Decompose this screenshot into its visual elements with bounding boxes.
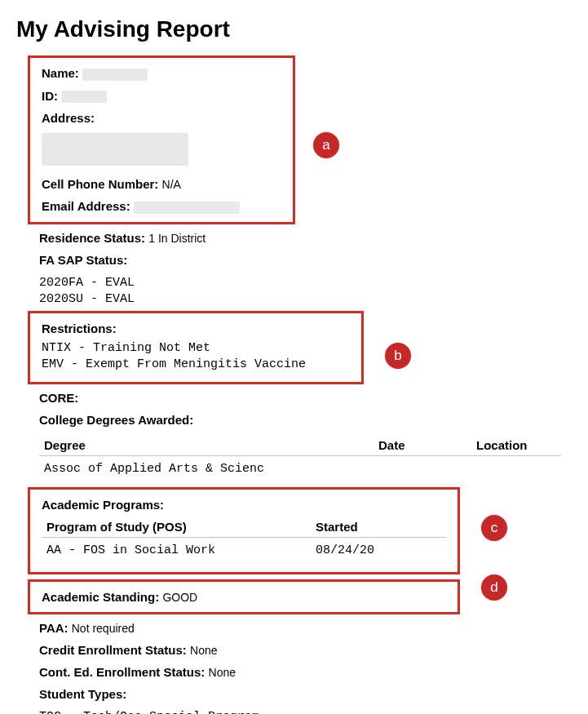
programs-row-pos: AA - FOS in Social Work — [46, 543, 316, 559]
table-row: Assoc of Applied Arts & Scienc — [39, 456, 561, 482]
core-label: CORE: — [39, 391, 78, 405]
id-label: ID: — [42, 89, 58, 103]
restrictions-lines: NTIX - Training Not Met EMV - Exempt Fro… — [42, 340, 350, 374]
callout-c: c — [481, 515, 507, 541]
fa-sap-lines: 2020FA - EVAL 2020SU - EVAL — [39, 275, 572, 308]
cell-label: Cell Phone Number: — [42, 177, 158, 191]
programs-table: Program of Study (POS) Started AA - FOS … — [42, 517, 446, 564]
degrees-row-degree: Assoc of Applied Arts & Scienc — [44, 461, 378, 477]
standing-label: Academic Standing: — [42, 590, 159, 604]
degrees-row-location — [476, 461, 556, 477]
restrictions-label: Restrictions: — [42, 322, 117, 335]
credit-enroll-label: Credit Enrollment Status: — [39, 643, 187, 657]
restrictions-box: Restrictions: NTIX - Training Not Met EM… — [28, 311, 364, 384]
degrees-header-location: Location — [476, 438, 556, 452]
residence-value: 1 In District — [148, 232, 206, 245]
personal-info-box: Name: ID: Address: Cell Phone Number: N/… — [28, 55, 295, 224]
programs-header-pos: Program of Study (POS) — [46, 520, 316, 534]
standing-value: GOOD — [162, 591, 197, 604]
credit-enroll-value: None — [190, 644, 217, 657]
paa-label: PAA: — [39, 621, 69, 635]
student-types-lines: TOC - Tech/Occ Special Program — [39, 709, 572, 714]
degrees-header-degree: Degree — [44, 438, 378, 452]
name-label: Name: — [42, 66, 79, 80]
page-title: My Advising Report — [16, 16, 572, 42]
academic-standing-box: Academic Standing: GOOD — [28, 579, 460, 614]
degrees-label: College Degrees Awarded: — [39, 413, 193, 427]
academic-programs-box: Academic Programs: Program of Study (POS… — [28, 487, 460, 574]
email-label: Email Address: — [42, 199, 130, 213]
table-row: AA - FOS in Social Work 08/24/20 — [42, 538, 446, 564]
residence-label: Residence Status: — [39, 231, 145, 245]
programs-header-started: Started — [316, 520, 441, 534]
address-redacted — [42, 133, 188, 166]
fa-sap-label: FA SAP Status: — [39, 253, 127, 267]
degrees-header-date: Date — [378, 438, 476, 452]
paa-value: Not required — [72, 622, 135, 635]
callout-d: d — [481, 574, 507, 601]
programs-row-started: 08/24/20 — [316, 543, 441, 559]
id-redacted — [61, 91, 107, 103]
callout-b: b — [385, 343, 411, 369]
cell-value: N/A — [162, 178, 181, 191]
cont-ed-value: None — [209, 666, 236, 679]
callout-a: a — [313, 132, 339, 158]
name-redacted — [82, 69, 148, 81]
cont-ed-label: Cont. Ed. Enrollment Status: — [39, 665, 205, 679]
degrees-table: Degree Date Location Assoc of Applied Ar… — [39, 435, 561, 482]
address-label: Address: — [42, 111, 95, 125]
programs-label: Academic Programs: — [42, 498, 164, 512]
student-types-label: Student Types: — [39, 687, 126, 701]
degrees-row-date — [378, 461, 476, 477]
email-redacted — [134, 202, 240, 214]
